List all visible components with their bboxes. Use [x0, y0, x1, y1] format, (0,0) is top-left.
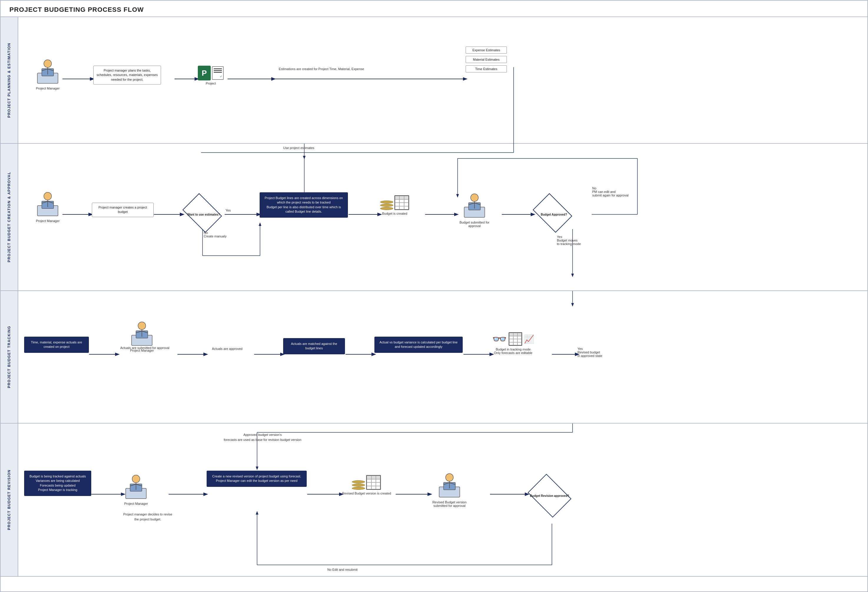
lane1-arrow-label: Estimations are created for Project Time… — [274, 67, 369, 71]
lane4-revised-created: Revised Budget version is created — [342, 475, 391, 495]
lane3-yes-text: Yes Revised budget in approved state — [577, 347, 602, 358]
coin3 — [380, 207, 393, 210]
tbt-r2c1 — [509, 339, 513, 342]
lane3-label: PROJECT BUDGET TRACKING — [7, 326, 11, 388]
lane-planning: PROJECT PLANNING & ESTIMATION — [1, 17, 867, 144]
lane2-content: Project Manager Project manager creates … — [18, 144, 867, 291]
rb-r1c2 — [372, 479, 376, 483]
budget-table-icon — [394, 195, 409, 210]
bt-r2c3 — [404, 203, 409, 206]
lane3-variance-box: Actual vs budget variance is calculated … — [374, 337, 463, 353]
bt-h3 — [404, 196, 409, 200]
lane3-person-label: Project Manager — [130, 349, 154, 352]
lane1-person-label: Project Manager — [36, 87, 60, 90]
submitted-person-svg — [463, 189, 486, 219]
lane1-step1-box: Project manager plans the tasks, schedul… — [93, 66, 161, 84]
rb-r2c2 — [372, 482, 376, 486]
bt-h2 — [399, 196, 404, 200]
lane2-diamond1: Want to use estimates? — [183, 198, 224, 231]
lane2-no1-label: No Create manualy — [204, 231, 227, 238]
bt-r2c1 — [395, 203, 399, 206]
lane4-no-label: No Edit and resubmit — [327, 568, 357, 571]
revised-created-icon — [342, 475, 391, 490]
revised-created-label: Revised Budget version is created — [342, 491, 391, 495]
lane4-diamond-text: Budget Revision approved? — [530, 494, 569, 498]
swim-lanes: PROJECT PLANNING & ESTIMATION — [1, 16, 867, 577]
use-estimates-label: Use project estimates — [283, 146, 314, 149]
svg-point-37 — [471, 194, 478, 201]
svg-point-69 — [132, 475, 140, 483]
lane3-svg — [18, 291, 867, 423]
checklist-icon: ✓ — [212, 66, 224, 80]
lane2-no2-label: No PM can edit and submit again for appr… — [592, 186, 629, 197]
lane4-step1-text: Budget is being tracked against actuals … — [30, 475, 86, 491]
lane3-content: Time, material, expense actuals are crea… — [18, 291, 867, 423]
bt-r1c1 — [395, 200, 399, 203]
rev-submitted-svg — [438, 469, 461, 499]
bt-r1c3 — [404, 200, 409, 203]
coin-c — [352, 487, 365, 490]
lane2-step1-box: Project manager creates a project budget — [92, 203, 154, 217]
tbt-r1c2 — [513, 336, 517, 339]
svg-point-31 — [44, 192, 52, 200]
lane-budget-creation: PROJECT BUDGET CREATION & APPROVAL — [1, 144, 867, 291]
rb-r1c1 — [367, 479, 371, 483]
cl2 — [214, 70, 222, 71]
diamond2-text: Budget Approved? — [541, 213, 567, 216]
svg-point-7 — [44, 60, 52, 67]
lane2-yes1-label: Yes — [226, 209, 231, 212]
lane2-svg — [18, 144, 867, 291]
glasses-icon: 👓 — [492, 333, 507, 345]
bt-r3c1 — [395, 206, 399, 210]
lane4-content: Budget is being tracked against actuals … — [18, 423, 867, 577]
lane3-matched-text: Actuals are matched against the budget l… — [291, 342, 337, 350]
cl3 — [214, 72, 222, 73]
lane4-label: PROJECT BUDGET REVISION — [7, 469, 11, 530]
no-edit-text: No Edit and resubmit — [327, 568, 357, 571]
coin-stack2 — [352, 480, 365, 490]
rb-r2c3 — [376, 482, 380, 486]
coin1 — [380, 201, 393, 204]
lane3-tracking-icon: 👓 — [492, 332, 534, 355]
page: PROJECT BUDGETING PROCESS FLOW PROJECT P… — [0, 0, 868, 592]
rev-submitted-label: Revised Budget version submitted for app… — [430, 500, 469, 508]
lane1-label-col: PROJECT PLANNING & ESTIMATION — [1, 17, 18, 143]
tbt-r3c1 — [509, 342, 513, 345]
lane1-label: PROJECT PLANNING & ESTIMATION — [7, 43, 11, 118]
lane2-yes2-label: Yes Budget moves to tracking mode — [557, 235, 581, 246]
lane2-person-label: Project Manager — [36, 219, 60, 223]
tracking-label: Budget in tracking mode Only forecasts a… — [492, 348, 534, 355]
bt-r3c2 — [399, 206, 404, 210]
lane3-variance-text: Actual vs budget variance is calculated … — [379, 340, 458, 348]
lane4-diamond: Budget Revision approved? — [527, 478, 571, 514]
tbt-h2 — [513, 333, 517, 336]
lane2-diamond2: Budget Approved? — [533, 198, 574, 231]
trend-icon: 📈 — [524, 334, 534, 344]
tbt-r2c3 — [517, 339, 521, 342]
lane1-estimates: Expense Estimates Material Estimates Tim… — [466, 47, 507, 73]
rb-h3 — [376, 476, 380, 479]
tbt-h1 — [509, 333, 513, 336]
lane2-budget-box: Project Budget lines are created across … — [260, 192, 348, 218]
bt-r1c2 — [399, 200, 404, 203]
lane1-content: Project Manager Project manager plans th… — [18, 17, 867, 144]
lane3-person-svg — [130, 318, 154, 347]
use-estimates-text: Use project estimates — [283, 146, 314, 149]
lane4-create-text: Create a new revised version of project … — [212, 475, 301, 482]
expense-estimates: Expense Estimates — [466, 47, 507, 53]
approved-note-text: Approved budget version's forecasts are … — [207, 432, 319, 442]
p-icon: P — [198, 66, 211, 80]
lane2-budget-created: Budget is created — [380, 195, 409, 215]
time-estimates: Time Estimates — [466, 65, 507, 73]
bt-r3c3 — [404, 206, 409, 210]
lane3-step1-text: Time, material, expense actuals are crea… — [31, 340, 82, 348]
bt-r2c2 — [399, 203, 404, 206]
tbt-h3 — [517, 333, 521, 336]
lane3-approved-text: Actuals are approved — [207, 346, 248, 351]
page-title: PROJECT BUDGETING PROCESS FLOW — [1, 1, 867, 16]
budget-created-label: Budget is created — [380, 212, 409, 215]
material-estimates: Material Estimates — [466, 56, 507, 63]
lane2-person: Project Manager — [36, 188, 60, 223]
diamond2-wrap: Budget Approved? — [533, 198, 574, 231]
lane4-person-svg — [124, 471, 148, 500]
